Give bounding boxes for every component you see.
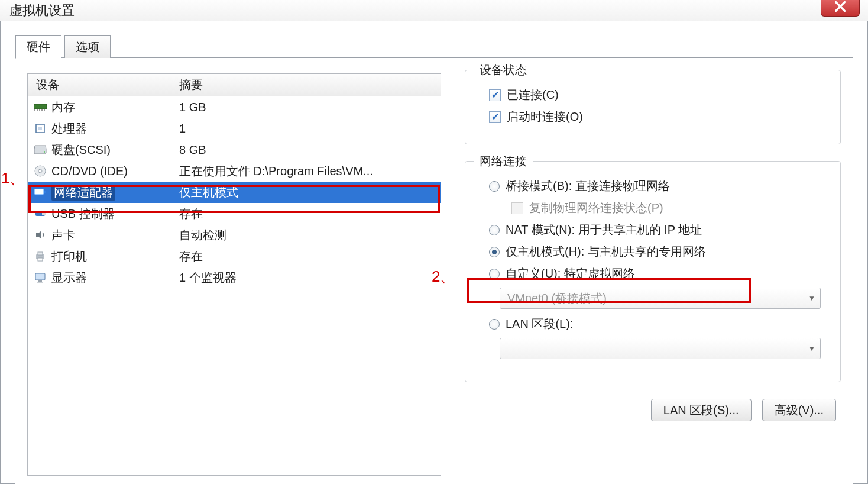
radio-custom[interactable]: 自定义(U): 特定虚拟网络 [489, 266, 827, 282]
svg-rect-16 [38, 252, 43, 255]
svg-rect-12 [44, 191, 46, 193]
svg-rect-0 [34, 104, 47, 109]
device-label: 声卡 [51, 227, 75, 243]
device-label: USB 控制器 [51, 206, 115, 222]
device-label: 内存 [51, 99, 75, 115]
device-row-cddvd[interactable]: CD/DVD (IDE) 正在使用文件 D:\Program Files\VM.… [28, 160, 441, 182]
device-row-display[interactable]: 显示器 1 个监视器 [28, 267, 441, 288]
svg-rect-1 [34, 109, 35, 111]
svg-rect-2 [37, 109, 38, 111]
svg-point-8 [44, 151, 45, 153]
svg-rect-4 [41, 109, 43, 111]
device-row-memory[interactable]: 内存 1 GB [28, 96, 441, 118]
device-summary: 8 GB [176, 143, 441, 157]
sound-icon [34, 229, 47, 241]
network-adapter-icon [34, 186, 47, 198]
radio-icon [489, 319, 500, 330]
device-summary: 自动检测 [176, 227, 441, 243]
close-button[interactable] [821, 0, 860, 17]
radio-label: 自定义(U): 特定虚拟网络 [506, 266, 635, 282]
svg-rect-17 [38, 258, 43, 261]
svg-rect-18 [35, 273, 45, 280]
checkbox-icon: ✔ [489, 111, 501, 123]
usb-icon [34, 208, 47, 220]
svg-rect-11 [34, 189, 44, 195]
checkbox-icon [511, 202, 523, 214]
checkbox-label: 已连接(C) [507, 87, 559, 103]
device-summary: 仅主机模式 [176, 185, 441, 201]
svg-rect-7 [38, 127, 42, 130]
device-label: 网络适配器 [51, 185, 115, 201]
radio-icon [489, 225, 500, 235]
cpu-icon [34, 122, 47, 134]
radio-label: NAT 模式(N): 用于共享主机的 IP 地址 [506, 222, 702, 238]
checkbox-connect-at-power-on[interactable]: ✔ 启动时连接(O) [489, 109, 827, 125]
device-summary: 正在使用文件 D:\Program Files\VM... [176, 163, 441, 179]
svg-rect-3 [39, 109, 40, 111]
device-summary: 1 个监视器 [176, 270, 441, 286]
device-label: 硬盘(SCSI) [51, 142, 111, 158]
device-row-network-adapter[interactable]: 网络适配器 仅主机模式 [28, 182, 441, 203]
window-title: 虚拟机设置 [9, 2, 75, 20]
radio-host-only[interactable]: 仅主机模式(H): 与主机共享的专用网络 [489, 244, 827, 260]
group-title-network: 网络连接 [474, 153, 533, 169]
device-row-sound[interactable]: 声卡 自动检测 [28, 224, 441, 246]
tab-hardware[interactable]: 硬件 [15, 35, 61, 59]
device-list-header: 设备 摘要 [28, 74, 441, 96]
header-summary: 摘要 [176, 74, 441, 96]
checkbox-icon: ✔ [489, 89, 501, 101]
display-icon [34, 272, 47, 283]
radio-label: 桥接模式(B): 直接连接物理网络 [506, 178, 670, 194]
radio-lan-segment[interactable]: LAN 区段(L): [489, 316, 827, 332]
network-connection-group: 网络连接 桥接模式(B): 直接连接物理网络 复制物理网络连接状态(P) NAT… [465, 161, 841, 382]
custom-vmnet-select: VMnet0 (桥接模式) ▼ [500, 288, 821, 309]
chevron-down-icon: ▼ [808, 344, 815, 353]
svg-point-10 [38, 169, 42, 173]
tabstrip: 硬件 选项 [15, 34, 853, 58]
device-summary: 1 GB [176, 101, 441, 114]
radio-icon [489, 247, 500, 257]
titlebar: 虚拟机设置 [0, 0, 868, 21]
svg-rect-14 [42, 212, 46, 215]
device-status-group: 设备状态 ✔ 已连接(C) ✔ 启动时连接(O) [465, 70, 841, 144]
device-row-cpu[interactable]: 处理器 1 [28, 118, 441, 139]
tab-options[interactable]: 选项 [64, 35, 111, 59]
checkbox-replicate-state: 复制物理网络连接状态(P) [511, 200, 827, 216]
device-row-usb[interactable]: USB 控制器 存在 [28, 203, 441, 224]
group-title-status: 设备状态 [474, 62, 533, 78]
radio-label: 仅主机模式(H): 与主机共享的专用网络 [506, 244, 706, 260]
close-icon [835, 1, 846, 15]
header-device: 设备 [28, 74, 176, 96]
radio-label: LAN 区段(L): [506, 316, 573, 332]
button-row: LAN 区段(S)... 高级(V)... [465, 399, 841, 421]
advanced-button[interactable]: 高级(V)... [762, 399, 836, 421]
svg-rect-19 [38, 280, 42, 282]
cd-icon [34, 165, 47, 177]
device-summary: 1 [176, 122, 441, 135]
device-row-hdd[interactable]: 硬盘(SCSI) 8 GB [28, 139, 441, 160]
device-label: 显示器 [51, 270, 87, 286]
checkbox-label: 启动时连接(O) [507, 109, 583, 125]
device-list: 设备 摘要 内存 1 GB 处理器 1 硬盘(SCSI) 8 GB [27, 73, 441, 476]
device-label: CD/DVD (IDE) [51, 164, 128, 178]
radio-nat[interactable]: NAT 模式(N): 用于共享主机的 IP 地址 [489, 222, 827, 238]
device-summary: 存在 [176, 249, 441, 264]
lan-segment-select: ▼ [500, 338, 821, 359]
svg-rect-5 [44, 109, 45, 111]
combo-value: VMnet0 (桥接模式) [507, 291, 607, 306]
printer-icon [34, 250, 47, 262]
lan-segments-button[interactable]: LAN 区段(S)... [651, 399, 752, 421]
checkbox-connected[interactable]: ✔ 已连接(C) [489, 87, 827, 103]
checkbox-label: 复制物理网络连接状态(P) [529, 200, 663, 216]
device-summary: 存在 [176, 206, 441, 222]
radio-icon [489, 181, 500, 192]
svg-rect-20 [37, 282, 43, 283]
chevron-down-icon: ▼ [808, 294, 815, 302]
device-row-printer[interactable]: 打印机 存在 [28, 246, 441, 267]
radio-bridged[interactable]: 桥接模式(B): 直接连接物理网络 [489, 178, 827, 194]
memory-icon [34, 101, 47, 113]
radio-icon [489, 269, 500, 279]
hdd-icon [34, 144, 47, 156]
device-label: 打印机 [51, 249, 87, 264]
device-label: 处理器 [51, 121, 87, 137]
